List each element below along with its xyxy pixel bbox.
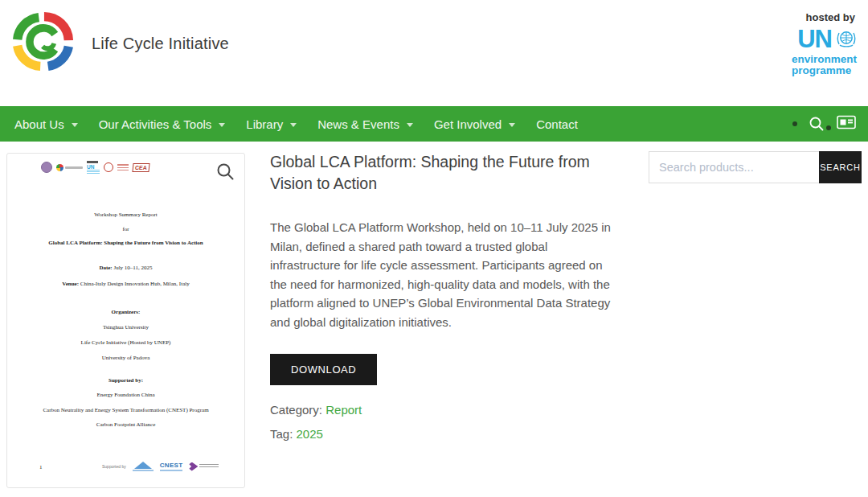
- main-navbar: About Us Our Activities & Tools Library …: [0, 106, 868, 142]
- un-emblem-icon: [836, 28, 857, 52]
- search-products-input[interactable]: [649, 151, 819, 183]
- cover-organizers-label: Organizers:: [7, 309, 244, 316]
- cover-footer: 1 Supported by CNEST: [7, 462, 244, 479]
- nav-item-get-involved[interactable]: Get Involved: [434, 106, 536, 142]
- nav-item-activities-tools[interactable]: Our Activities & Tools: [99, 106, 247, 142]
- nav-label: Our Activities & Tools: [99, 117, 212, 131]
- hosted-by-label: hosted by: [792, 11, 855, 23]
- product-main: Global LCA Platform: Shaping the Future …: [270, 151, 636, 441]
- cover-supporter: Carbon Neutrality and Energy System Tran…: [7, 407, 244, 414]
- image-zoom-icon[interactable]: [215, 162, 235, 184]
- page: Life Cycle Initiative hosted by UN envir…: [0, 0, 868, 497]
- tag-link[interactable]: 2025: [297, 427, 323, 441]
- cnest-logo: CNEST: [160, 462, 183, 471]
- carbon-footprint-alliance-logo-icon: [189, 462, 219, 471]
- un-programme-label: programme: [792, 65, 857, 76]
- product-image-card[interactable]: UN CEA Workshop Summary Report for Globa…: [6, 153, 245, 488]
- nav-search-button[interactable]: [809, 116, 825, 132]
- chevron-down-icon: [407, 123, 413, 127]
- hosted-by-block: hosted by UN environment programme: [792, 11, 857, 76]
- un-wordmark: UN: [797, 28, 832, 51]
- category-link[interactable]: Report: [326, 403, 362, 417]
- cover-title-line1: Workshop Summary Report: [7, 212, 244, 219]
- newsletter-icon[interactable]: [836, 113, 857, 134]
- download-button[interactable]: DOWNLOAD: [270, 354, 377, 385]
- category-row: Category: Report: [270, 403, 636, 417]
- chevron-down-icon: [219, 123, 225, 127]
- life-cycle-swirl-icon: [8, 11, 79, 76]
- nav-label: Library: [246, 117, 283, 131]
- cover-organizer: University of Padova: [7, 355, 244, 362]
- search-icon: [809, 116, 825, 132]
- red-seal-icon: [104, 162, 113, 172]
- footer-supported-by-label: Supported by: [102, 464, 126, 469]
- chevron-down-icon: [72, 123, 78, 127]
- nav-item-library[interactable]: Library: [246, 106, 317, 142]
- un-environment-label: environment: [792, 54, 857, 65]
- cover-organizer: Tsinghua University: [7, 324, 244, 331]
- chevron-down-icon: [290, 123, 297, 127]
- cover-supporter: Carbon Footprint Alliance: [7, 421, 244, 429]
- tag-row: Tag: 2025: [270, 427, 636, 441]
- product-description: The Global LCA Platform Workshop, held o…: [270, 218, 617, 331]
- chevron-down-icon: [509, 123, 515, 127]
- nav-item-news-events[interactable]: News & Events: [317, 106, 434, 142]
- nav-label: About Us: [14, 117, 64, 131]
- cover-venue: Venue: China-Italy Design Innovation Hub…: [7, 281, 244, 288]
- cea-logo: CEA: [132, 163, 149, 172]
- cover-supporter: Energy Foundation China: [7, 392, 244, 399]
- product-search: SEARCH: [649, 151, 862, 183]
- nav-item-about-us[interactable]: About Us: [14, 106, 99, 142]
- nav-label: Get Involved: [434, 117, 502, 131]
- mini-lci-logo-icon: [56, 164, 83, 171]
- product-title: Global LCA Platform: Shaping the Future …: [270, 151, 636, 195]
- energy-foundation-logo-icon: [133, 462, 154, 471]
- nav-bullet-dot: [826, 125, 831, 130]
- mini-un-logo-icon: UN: [87, 161, 100, 174]
- cover-title-line2: for: [7, 226, 244, 233]
- report-cover: UN CEA Workshop Summary Report for Globa…: [7, 154, 244, 487]
- tag-label: Tag:: [270, 427, 293, 441]
- red-text-logo-icon: [117, 164, 129, 170]
- site-header: Life Cycle Initiative hosted by UN envir…: [0, 0, 868, 106]
- nav-bullet-dot: [792, 121, 797, 126]
- nav-item-contact[interactable]: Contact: [536, 106, 599, 142]
- cover-date: Date: July 10–11, 2025: [7, 265, 244, 272]
- cover-title-line3: Global LCA Platform: Shaping the Future …: [7, 240, 244, 247]
- cover-supported-label: Supported by:: [7, 377, 244, 384]
- tsinghua-seal-icon: [41, 162, 52, 173]
- search-products-button[interactable]: SEARCH: [819, 151, 862, 183]
- nav-label: News & Events: [317, 117, 399, 131]
- cover-page-number: 1: [39, 464, 43, 470]
- cover-logos-row: UN CEA: [41, 160, 149, 175]
- site-logo[interactable]: Life Cycle Initiative: [8, 11, 229, 76]
- cover-organizer: Life Cycle Initiative (Hosted by UNEP): [7, 339, 244, 347]
- category-label: Category:: [270, 403, 322, 417]
- brand-name: Life Cycle Initiative: [92, 35, 229, 53]
- nav-label: Contact: [536, 117, 578, 131]
